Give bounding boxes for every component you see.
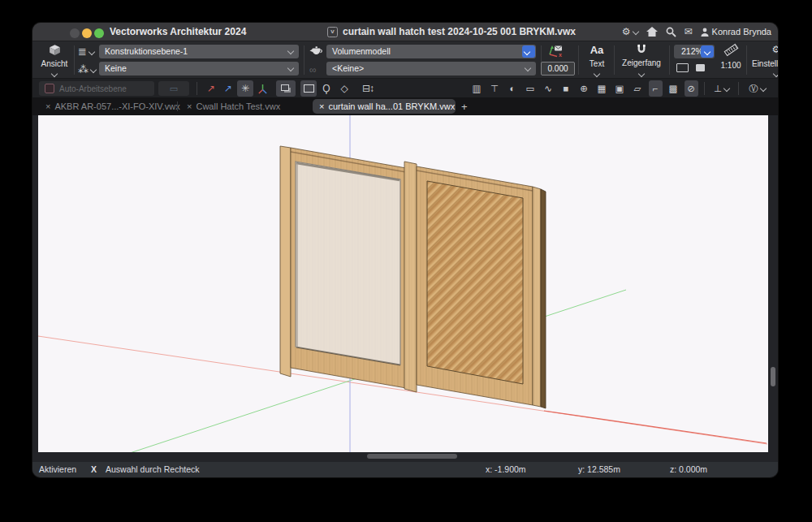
vertical-scrollbar-thumb[interactable] xyxy=(771,367,775,386)
curtain-wall-model[interactable] xyxy=(280,146,546,408)
document-tab-active[interactable]: × curtain wall ha...01 BRYKM.vwx xyxy=(313,99,456,114)
snap-to-grid-button[interactable]: ▦ xyxy=(595,80,609,97)
cursor-z-readout: z: 0.000m xyxy=(670,464,707,474)
active-class-select[interactable]: Keine xyxy=(99,62,299,75)
snap-curve-icon: ∿ xyxy=(544,83,552,94)
measure-snap-button[interactable]: ▥ xyxy=(470,80,484,97)
snap-palette: ▥ ⊤ ◐ ▭ ∿ ■ ⊕ ▦ ▣ ▱ ⌐ ▩ ⊘ ⊥ Ⓥ xyxy=(468,80,771,97)
snap-to-object-button[interactable]: ∿ xyxy=(542,80,555,97)
zoom-level-field[interactable]: 212% xyxy=(674,45,715,58)
close-tab-icon[interactable]: × xyxy=(319,101,324,111)
chevron-down-icon xyxy=(90,67,97,73)
vectorworks-sync-icon: Ⓥ xyxy=(749,83,758,95)
snap-frame-button[interactable]: ▩ xyxy=(667,80,680,97)
mail-button[interactable]: ✉ xyxy=(685,25,693,38)
active-class-value: Keine xyxy=(105,63,127,73)
snapping-label: Zeigerfang xyxy=(622,58,661,67)
close-tab-icon[interactable]: × xyxy=(187,101,192,111)
document-tab[interactable]: × AKBR AR-057...-XI-FO-XIV.vwx xyxy=(39,99,187,114)
contrast-icon: ◐ xyxy=(510,84,516,93)
saved-view-glasses-icon: ∞ xyxy=(309,64,317,75)
render-mode-menu-button[interactable] xyxy=(522,45,535,58)
contrast-button[interactable]: ◐ xyxy=(506,80,520,97)
snap-disable-button[interactable]: ⊘ xyxy=(685,80,698,97)
settings-menu-button[interactable]: ⚙ Einstellungen xyxy=(750,44,778,76)
snap-to-surface-button[interactable]: ■ xyxy=(559,80,573,97)
text-menu-button[interactable]: Aa Text xyxy=(583,44,611,76)
marquee-icon xyxy=(304,84,314,93)
height-adjust-button[interactable]: ⊟↕ xyxy=(357,80,378,97)
minimize-window-button[interactable] xyxy=(82,28,92,38)
document-tab[interactable]: × Cwall Hatch Test.vwx xyxy=(180,99,287,114)
plane-elevation-field[interactable]: 0.000 xyxy=(541,62,575,75)
mode-key-glyph: X xyxy=(91,464,97,474)
tool-options-bar: Auto-Arbeitsebene ▭ ↗ ↗ ✳ Ϙ ◇ ⊟↕ ▥ ⊤ ◐ ▭… xyxy=(32,78,778,97)
zoom-window-button[interactable] xyxy=(94,28,104,38)
plumb-tool-button[interactable]: ⊥ xyxy=(711,80,732,97)
disable-interactive-scale-button[interactable]: ↗ xyxy=(203,80,219,97)
class-menu-button[interactable]: ⁂ xyxy=(78,64,96,75)
view-menu-button[interactable]: Ansicht xyxy=(37,44,71,76)
grid-icon: ▦ xyxy=(598,83,607,94)
home-button[interactable] xyxy=(646,27,658,37)
axes-icon xyxy=(257,84,268,94)
app-title: Vectorworks Architektur 2024 xyxy=(110,26,246,37)
cloud-sync-button[interactable]: Ⓥ xyxy=(745,80,770,97)
fit-objects-icon[interactable] xyxy=(696,64,705,71)
saved-view-select[interactable]: <Keine> xyxy=(326,62,536,75)
rectangle-mode-button[interactable]: ▭ xyxy=(524,80,538,97)
classes-icon: ⁂ xyxy=(78,64,89,75)
chevron-down-icon xyxy=(773,71,778,77)
document-tab-bar: × AKBR AR-057...-XI-FO-XIV.vwx × Cwall H… xyxy=(32,97,778,115)
chevron-down-icon xyxy=(51,71,58,77)
layer-scale-button[interactable]: 1:100 xyxy=(718,44,744,76)
document-title: curtain wall hatch test 2024-10-25 001 B… xyxy=(343,26,576,37)
close-tab-icon[interactable]: × xyxy=(45,101,50,111)
plane-icon: ▭ xyxy=(170,84,178,94)
snapping-menu-button[interactable]: Zeigerfang xyxy=(617,44,666,76)
quick-settings-button[interactable]: ⚙ xyxy=(622,25,638,38)
interactive-scale-button[interactable]: ↗ xyxy=(220,80,236,97)
settings-dial-icon: ⚙ xyxy=(772,44,778,55)
new-tab-button[interactable]: + xyxy=(461,99,468,114)
snap-to-intersection-button[interactable]: ▣ xyxy=(613,80,627,97)
dashed-frame-icon: ▩ xyxy=(669,83,678,94)
layer-menu-button[interactable]: ≣ xyxy=(78,46,94,58)
snap-to-angle-button[interactable]: ⌐ xyxy=(649,80,663,97)
render-mode-icon xyxy=(309,45,323,56)
gear-icon: ⚙ xyxy=(622,25,631,38)
tsquare-snap-button[interactable]: ⊤ xyxy=(488,80,502,97)
status-bar: Aktivieren X Auswahl durch Rechteck x: -… xyxy=(32,461,778,477)
chevron-down-icon xyxy=(723,85,730,92)
render-mode-select[interactable]: Volumenmodell xyxy=(326,45,536,58)
chevron-down-icon xyxy=(638,71,645,77)
search-button[interactable] xyxy=(666,27,676,37)
zoom-menu-button[interactable] xyxy=(701,45,714,58)
box-height-icon: ⊟↕ xyxy=(362,83,374,94)
checkbox-icon[interactable] xyxy=(45,84,54,93)
drawing-canvas[interactable] xyxy=(38,115,768,452)
marquee-select-button[interactable] xyxy=(300,80,317,97)
working-plane-mode-button[interactable]: ▭ xyxy=(158,81,189,96)
view-bar: Ansicht ≣ ⁂ Konstruktionsebene-1 Keine ∞… xyxy=(32,41,778,78)
move-3d-mode-button[interactable]: ✳ xyxy=(237,80,253,97)
snap-to-point-button[interactable]: ⊕ xyxy=(577,80,591,97)
working-plane-icon[interactable]: x xyxy=(545,44,564,58)
cursor-y-readout: y: 12.585m xyxy=(578,464,620,474)
horizontal-scrollbar-thumb[interactable] xyxy=(367,454,457,459)
x-axis-line-strong xyxy=(544,411,767,443)
axes-mode-button[interactable] xyxy=(254,80,270,97)
auto-working-plane-toggle[interactable]: Auto-Arbeitsebene xyxy=(39,81,154,96)
lasso-select-button[interactable]: Ϙ xyxy=(318,80,335,97)
user-account-button[interactable]: Konrad Brynda xyxy=(701,27,771,37)
active-layer-select[interactable]: Konstruktionsebene-1 xyxy=(99,45,299,58)
ruler-icon: ▥ xyxy=(473,83,482,94)
fit-page-icon[interactable] xyxy=(676,63,689,72)
close-window-button[interactable] xyxy=(70,28,80,38)
snap-notes-button[interactable]: ▱ xyxy=(631,80,645,97)
crosshair-icon: ⊕ xyxy=(580,83,588,94)
duplicate-mode-button[interactable] xyxy=(276,80,296,97)
settings-label: Einstellungen xyxy=(752,59,778,68)
polygon-select-button[interactable]: ◇ xyxy=(336,80,352,97)
active-layer-value: Konstruktionsebene-1 xyxy=(105,46,188,56)
